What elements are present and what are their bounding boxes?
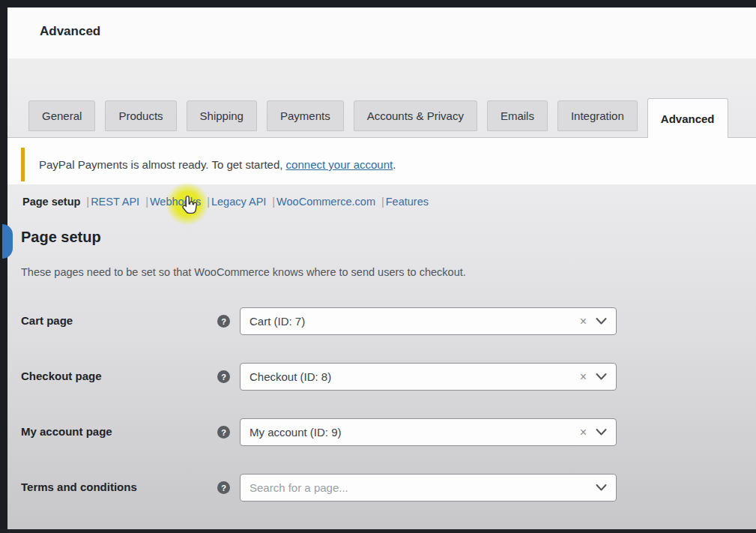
clear-icon[interactable]: × [580, 370, 587, 384]
clear-icon[interactable]: × [580, 426, 587, 439]
page-header: Advanced [7, 7, 756, 58]
tab-products[interactable]: Products [105, 100, 176, 131]
form-row-my-account-page: My account page ? My account (ID: 9) × [0, 418, 756, 446]
help-icon[interactable]: ? [217, 481, 230, 494]
chevron-down-icon [596, 373, 607, 381]
terms-page-placeholder: Search for a page... [250, 481, 596, 494]
help-icon[interactable]: ? [217, 315, 230, 328]
cart-page-label: Cart page [21, 314, 73, 327]
side-panel-handle[interactable] [2, 224, 13, 259]
subnav-separator: | [145, 196, 148, 208]
tab-emails[interactable]: Emails [487, 100, 548, 131]
hand-cursor-icon [181, 194, 199, 217]
woocommerce-settings-screen: Advanced General Products Shipping Payme… [0, 0, 756, 533]
window-bottom-edge [0, 529, 756, 533]
tab-advanced[interactable]: Advanced [647, 98, 728, 138]
subnav-item-page-setup[interactable]: Page setup [22, 196, 80, 208]
checkout-page-label: Checkout page [21, 370, 102, 382]
subnav-separator: | [86, 196, 89, 208]
form-row-checkout-page: Checkout page ? Checkout (ID: 8) × [0, 363, 756, 391]
tab-general[interactable]: General [28, 100, 95, 131]
notice-message: PayPal Payments is almost ready. To get … [39, 158, 286, 171]
subnav-separator: | [381, 196, 384, 208]
section-description: These pages need to be set so that WooCo… [21, 266, 466, 278]
subnav-item-legacy-api[interactable]: Legacy API [211, 196, 266, 208]
paypal-notice: PayPal Payments is almost ready. To get … [39, 158, 396, 171]
form-row-cart-page: Cart page ? Cart (ID: 7) × [0, 307, 756, 335]
advanced-subnav: Page setup|REST API|Webhooks|Legacy API|… [22, 196, 435, 208]
checkout-page-select[interactable]: Checkout (ID: 8) × [240, 363, 617, 391]
subnav-item-features[interactable]: Features [386, 196, 429, 208]
checkout-page-value: Checkout (ID: 8) [250, 370, 580, 383]
subnav-item-woocommerce-com[interactable]: WooCommerce.com [276, 196, 375, 208]
tab-integration[interactable]: Integration [557, 100, 638, 131]
chevron-down-icon [596, 317, 607, 325]
notice-accent-bar [21, 148, 25, 181]
cart-page-value: Cart (ID: 7) [250, 315, 580, 328]
tab-payments[interactable]: Payments [267, 100, 344, 131]
chevron-down-icon [596, 428, 607, 436]
help-icon[interactable]: ? [217, 370, 230, 383]
form-row-terms-conditions: Terms and conditions ? Search for a page… [0, 474, 756, 502]
connect-account-link[interactable]: connect your account [286, 158, 393, 171]
tab-shipping[interactable]: Shipping [187, 100, 257, 131]
my-account-page-label: My account page [21, 425, 112, 438]
help-icon[interactable]: ? [217, 426, 230, 439]
subnav-separator: | [207, 196, 210, 208]
terms-conditions-label: Terms and conditions [21, 481, 137, 493]
subnav-item-rest-api[interactable]: REST API [91, 196, 139, 208]
cart-page-select[interactable]: Cart (ID: 7) × [240, 307, 617, 335]
notice-suffix: . [393, 158, 396, 171]
window-left-edge [0, 0, 7, 533]
tab-accounts-privacy[interactable]: Accounts & Privacy [354, 100, 477, 131]
settings-tabs: General Products Shipping Payments Accou… [28, 98, 728, 138]
browser-chrome-top-bar [0, 0, 756, 7]
terms-page-search-select[interactable]: Search for a page... [240, 474, 617, 502]
clear-icon[interactable]: × [580, 315, 587, 328]
page-title: Advanced [40, 24, 100, 39]
chevron-down-icon [596, 484, 607, 492]
section-title: Page setup [21, 229, 101, 246]
subnav-separator: | [272, 196, 275, 208]
my-account-page-value: My account (ID: 9) [250, 426, 580, 439]
my-account-page-select[interactable]: My account (ID: 9) × [240, 418, 617, 446]
